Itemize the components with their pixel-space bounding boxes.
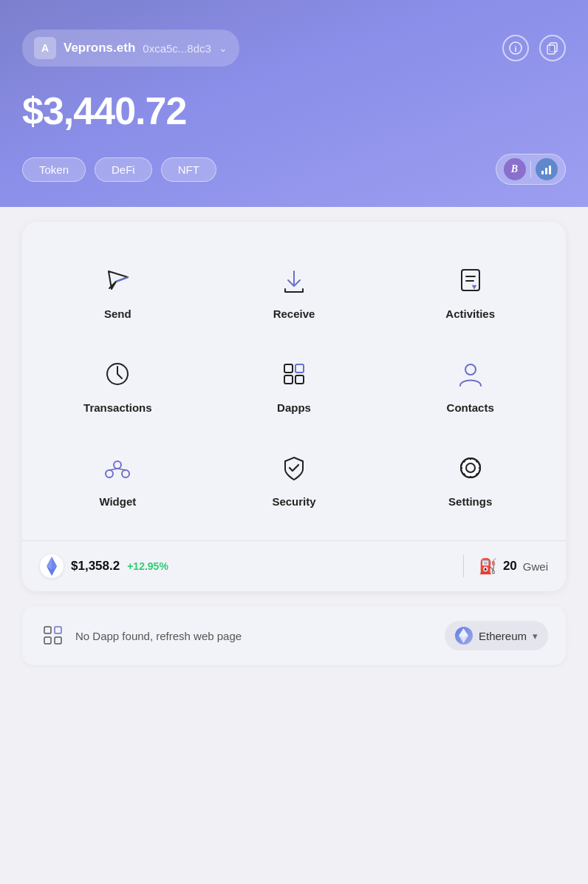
- svg-rect-5: [545, 168, 547, 174]
- gas-pump-icon: ⛽: [479, 557, 497, 575]
- svg-point-19: [465, 364, 476, 375]
- receive-label: Receive: [273, 307, 315, 320]
- tab-token[interactable]: Token: [22, 157, 86, 182]
- svg-rect-16: [295, 364, 304, 373]
- total-balance: $3,440.72: [22, 89, 566, 133]
- tab-defi[interactable]: DeFi: [95, 157, 152, 182]
- svg-rect-3: [547, 45, 555, 54]
- svg-rect-35: [44, 637, 51, 644]
- activities-icon: [452, 262, 489, 299]
- network-switcher[interactable]: B: [496, 154, 567, 185]
- widget-action[interactable]: Widget: [30, 432, 206, 526]
- contacts-label: Contacts: [447, 401, 494, 414]
- svg-rect-6: [549, 166, 551, 174]
- svg-rect-4: [541, 171, 544, 174]
- dapps-label: Dapps: [277, 401, 311, 414]
- svg-line-24: [117, 469, 126, 470]
- main-card: Send Receive Ac: [22, 222, 566, 591]
- asset-tabs: Token DeFi NFT: [22, 157, 216, 182]
- address-bar: A Veprons.eth 0xca5c...8dc3 ⌄ i: [22, 30, 566, 67]
- info-button[interactable]: i: [502, 35, 529, 61]
- security-action[interactable]: Security: [206, 432, 383, 526]
- settings-label: Settings: [448, 495, 492, 508]
- eth-price: $1,358.2: [71, 559, 120, 574]
- gas-value: 20: [503, 559, 517, 574]
- tab-nft[interactable]: NFT: [161, 157, 216, 182]
- network-name: Ethereum: [479, 630, 527, 642]
- gas-unit: Gwei: [523, 560, 548, 573]
- eth-logo: [40, 554, 64, 578]
- dapp-message: No Dapp found, refresh web page: [75, 630, 242, 642]
- wallet-selector[interactable]: A Veprons.eth 0xca5c...8dc3 ⌄: [22, 30, 239, 67]
- send-icon: [99, 262, 136, 299]
- svg-rect-33: [44, 627, 51, 633]
- svg-point-20: [114, 461, 121, 469]
- network-b-icon: B: [504, 158, 526, 180]
- send-label: Send: [104, 307, 131, 320]
- svg-rect-17: [284, 375, 293, 384]
- settings-icon: [452, 449, 489, 486]
- chevron-down-icon: ⌄: [219, 42, 228, 54]
- transactions-icon: [99, 356, 136, 392]
- eth-change: +12.95%: [127, 560, 168, 572]
- action-grid: Send Receive Ac: [22, 229, 566, 540]
- svg-rect-15: [284, 364, 293, 373]
- security-icon: [276, 449, 312, 486]
- avatar: A: [34, 37, 56, 59]
- activities-label: Activities: [445, 307, 495, 320]
- eth-network-icon: [455, 627, 473, 645]
- copy-button[interactable]: [539, 35, 566, 61]
- header-section: A Veprons.eth 0xca5c...8dc3 ⌄ i $3,440.7…: [0, 0, 588, 207]
- activities-action[interactable]: Activities: [382, 244, 558, 338]
- dropdown-arrow-icon: ▾: [533, 630, 538, 642]
- contacts-action[interactable]: Contacts: [382, 338, 558, 432]
- send-action[interactable]: Send: [30, 244, 206, 338]
- dapps-action[interactable]: Dapps: [206, 338, 383, 432]
- svg-line-23: [109, 469, 117, 470]
- dapp-left: No Dapp found, refresh web page: [40, 622, 242, 649]
- bar-divider: [463, 555, 464, 577]
- contacts-icon: [452, 356, 489, 392]
- svg-line-9: [116, 277, 128, 282]
- receive-icon: [276, 262, 312, 299]
- dapps-small-icon: [40, 622, 66, 649]
- receive-action[interactable]: Receive: [206, 244, 383, 338]
- dapps-icon: [276, 356, 312, 392]
- widget-icon: [99, 449, 136, 486]
- svg-point-21: [106, 470, 113, 477]
- network-selector[interactable]: Ethereum ▾: [445, 621, 548, 650]
- wallet-name: Veprons.eth: [64, 41, 135, 55]
- dapp-bar: No Dapp found, refresh web page Ethereum…: [22, 606, 566, 665]
- security-label: Security: [272, 495, 315, 508]
- svg-rect-34: [55, 627, 61, 633]
- svg-text:i: i: [514, 44, 516, 53]
- svg-point-22: [122, 470, 129, 477]
- eth-price-section: $1,358.2 +12.95%: [40, 554, 448, 578]
- wallet-address: 0xca5c...8dc3: [143, 42, 211, 55]
- transactions-label: Transactions: [83, 401, 152, 414]
- divider: [530, 161, 532, 177]
- network-chart-icon: [536, 158, 558, 180]
- svg-rect-18: [295, 375, 304, 384]
- widget-label: Widget: [99, 495, 136, 508]
- svg-rect-36: [55, 637, 61, 644]
- svg-rect-11: [462, 270, 479, 290]
- settings-action[interactable]: Settings: [382, 432, 558, 526]
- transactions-action[interactable]: Transactions: [30, 338, 206, 432]
- info-bar: $1,358.2 +12.95% ⛽ 20 Gwei: [22, 540, 566, 591]
- tab-row: Token DeFi NFT B: [22, 154, 566, 185]
- gas-section: ⛽ 20 Gwei: [479, 557, 548, 575]
- header-actions: i: [502, 35, 566, 61]
- svg-point-25: [466, 463, 475, 472]
